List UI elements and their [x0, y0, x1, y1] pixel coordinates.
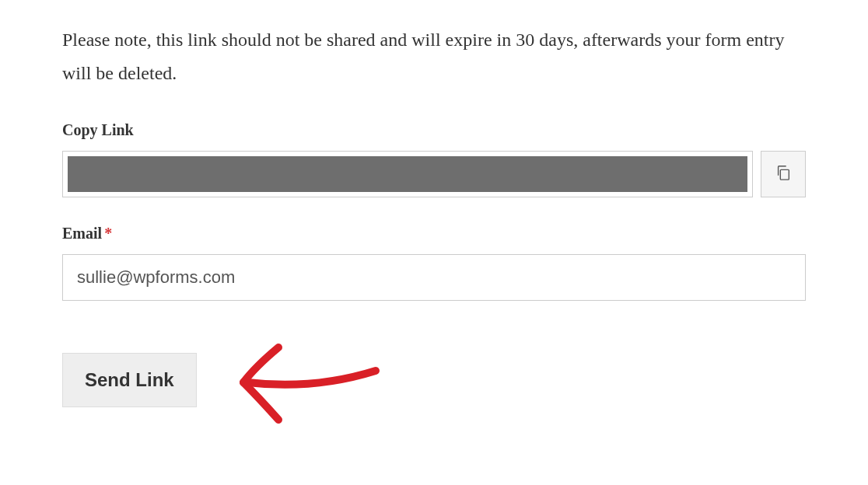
copy-link-label: Copy Link	[62, 121, 806, 139]
email-label: Email*	[62, 225, 806, 242]
send-link-button[interactable]: Send Link	[62, 353, 197, 407]
svg-rect-0	[780, 170, 789, 180]
required-indicator: *	[104, 225, 112, 242]
arrow-annotation	[220, 328, 399, 432]
notice-text: Please note, this link should not be sha…	[62, 23, 806, 90]
copy-link-input-wrapper[interactable]	[62, 151, 753, 197]
copy-link-field: Copy Link	[62, 121, 806, 197]
email-field: Email*	[62, 225, 806, 301]
email-input[interactable]	[62, 254, 806, 301]
copy-link-value-redacted	[68, 156, 747, 192]
copy-icon	[775, 164, 792, 184]
copy-button[interactable]	[761, 151, 806, 197]
email-label-text: Email	[62, 225, 102, 242]
